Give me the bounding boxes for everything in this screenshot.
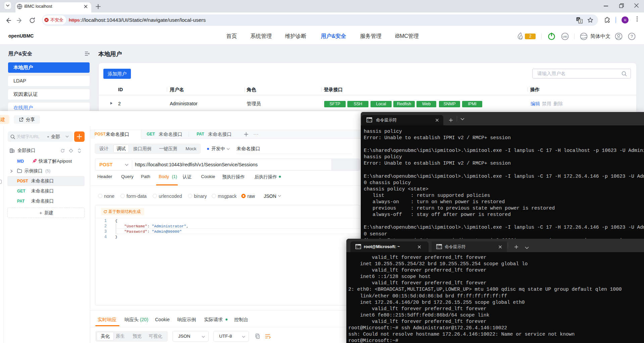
svg-text:?: ? xyxy=(631,34,633,39)
svg-text:C:\_: C:\_ xyxy=(437,246,442,249)
svg-text:C:\_: C:\_ xyxy=(367,120,372,122)
svg-text:C:\_: C:\_ xyxy=(356,246,361,249)
svg-text:UID: UID xyxy=(563,35,567,38)
svg-text:文: 文 xyxy=(579,19,582,23)
